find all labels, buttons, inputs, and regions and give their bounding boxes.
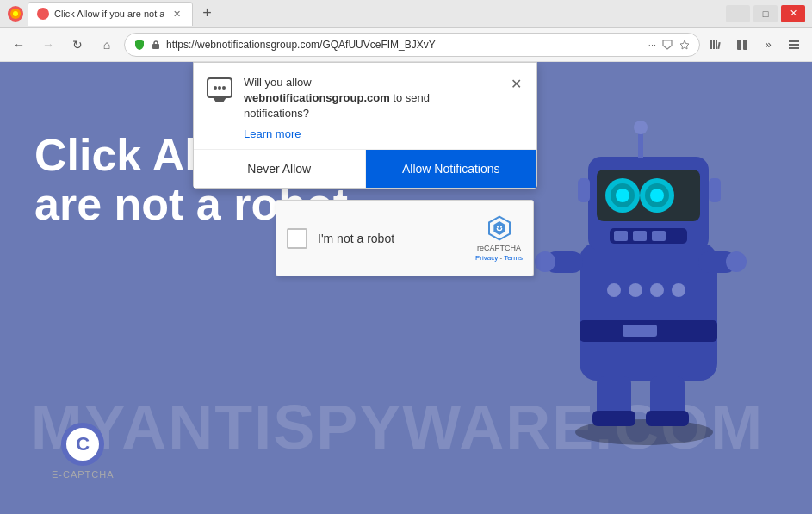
svg-point-41 [607,283,621,297]
popup-close-button[interactable]: ✕ [507,75,524,92]
ecaptcha-label: E-CAPTCHA [52,469,115,480]
recaptcha-logo-icon [486,214,513,242]
popup-title: Will you allow webnotificationsgroup.com… [244,75,497,122]
library-icon[interactable] [705,34,728,56]
svg-point-23 [616,189,629,202]
svg-point-44 [672,283,685,297]
svg-rect-11 [743,40,747,50]
recaptcha-text: I'm not a robot [318,232,394,245]
svg-rect-18 [623,325,657,337]
svg-rect-12 [789,40,799,42]
svg-rect-40 [646,411,689,426]
active-tab[interactable]: Click Allow if you are not a ✕ [28,2,193,26]
title-bar-left [7,5,24,22]
recaptcha-links: Privacy - Terms [475,254,523,262]
nav-right-icons: » [705,34,805,56]
tab-title-label: Click Allow if you are not a [54,9,164,19]
svg-rect-29 [633,231,647,241]
svg-rect-46 [709,178,721,202]
refresh-button[interactable]: ↻ [65,33,90,57]
svg-point-2 [13,11,18,16]
svg-rect-14 [789,47,799,49]
svg-rect-38 [592,411,635,426]
notification-icon [206,77,233,104]
hamburger-menu-icon[interactable] [783,34,805,56]
maximize-button[interactable]: □ [753,5,778,22]
close-button[interactable]: ✕ [781,5,805,22]
robot-illustration [511,71,786,458]
ecaptcha-c-logo: C [61,423,104,466]
recaptcha-widget: I'm not a robot reCAPTCHA Privacy - Term… [276,200,534,276]
svg-rect-6 [710,40,712,49]
svg-rect-16 [580,243,717,381]
svg-rect-4 [152,44,159,49]
browser-window: Click Allow if you are not a ✕ + — □ ✕ ←… [0,0,812,514]
svg-point-51 [218,86,221,90]
svg-point-32 [634,121,648,134]
recaptcha-right: reCAPTCHA Privacy - Terms [475,214,523,262]
svg-point-42 [629,283,642,297]
svg-point-3 [40,10,46,17]
pocket-icon [661,39,673,51]
svg-point-43 [650,283,664,297]
url-text: https://webnotificationsgroup.com/GQAfUU… [166,39,643,51]
svg-rect-45 [578,178,590,202]
tab-close-button[interactable]: ✕ [170,7,183,21]
popup-buttons: Never Allow Allow Notifications [194,149,536,188]
notification-popup: Will you allow webnotificationsgroup.com… [193,62,537,189]
never-allow-button[interactable]: Never Allow [194,150,366,188]
reader-view-icon[interactable] [731,34,753,56]
svg-rect-31 [638,131,643,158]
forward-button[interactable]: → [36,33,60,57]
svg-rect-30 [652,231,666,241]
svg-point-52 [222,86,226,90]
svg-point-47 [497,226,499,228]
nav-bar: ← → ↻ ⌂ https://webnotificationsgroup.co… [0,28,812,62]
new-tab-button[interactable]: + [196,3,217,24]
svg-rect-7 [713,40,715,49]
svg-rect-10 [737,40,741,50]
learn-more-link[interactable]: Learn more [244,127,497,140]
svg-point-36 [726,251,747,272]
svg-marker-5 [680,40,689,49]
bookmark-star-icon [679,39,691,51]
window-controls: — □ ✕ [726,5,805,22]
ecaptcha-logo: C E-CAPTCHA [52,423,115,480]
svg-rect-8 [716,40,717,49]
lock-icon [151,40,161,50]
robot-svg [511,71,769,449]
tab-bar: Click Allow if you are not a ✕ + [24,2,726,26]
address-bar[interactable]: https://webnotificationsgroup.com/GQAfUU… [124,33,700,57]
popup-domain: webnotificationsgroup.com [244,91,390,104]
svg-rect-28 [614,231,628,241]
recaptcha-left: I'm not a robot [287,228,394,249]
svg-point-34 [535,251,555,272]
shield-icon [133,39,146,51]
recaptcha-checkbox[interactable] [287,228,307,249]
back-button[interactable]: ← [7,33,31,57]
svg-point-50 [214,86,217,90]
svg-point-48 [500,226,502,228]
svg-rect-13 [789,44,799,46]
tab-favicon-icon [37,8,49,20]
svg-rect-9 [717,41,720,48]
firefox-logo-icon [7,5,24,22]
popup-text: Will you allow webnotificationsgroup.com… [244,75,497,140]
home-button[interactable]: ⌂ [95,33,119,57]
popup-header: Will you allow webnotificationsgroup.com… [194,63,536,149]
minimize-button[interactable]: — [726,5,750,22]
allow-notifications-button[interactable]: Allow Notifications [366,150,537,188]
svg-point-26 [650,189,664,202]
title-bar: Click Allow if you are not a ✕ + — □ ✕ [0,0,812,28]
more-tools-icon[interactable]: » [757,34,779,56]
more-options-icon[interactable]: ··· [648,40,656,50]
page-content: MYANTISPYWARE.COM Click Allow if you are… [0,62,812,514]
recaptcha-brand-text: reCAPTCHA [477,244,521,252]
